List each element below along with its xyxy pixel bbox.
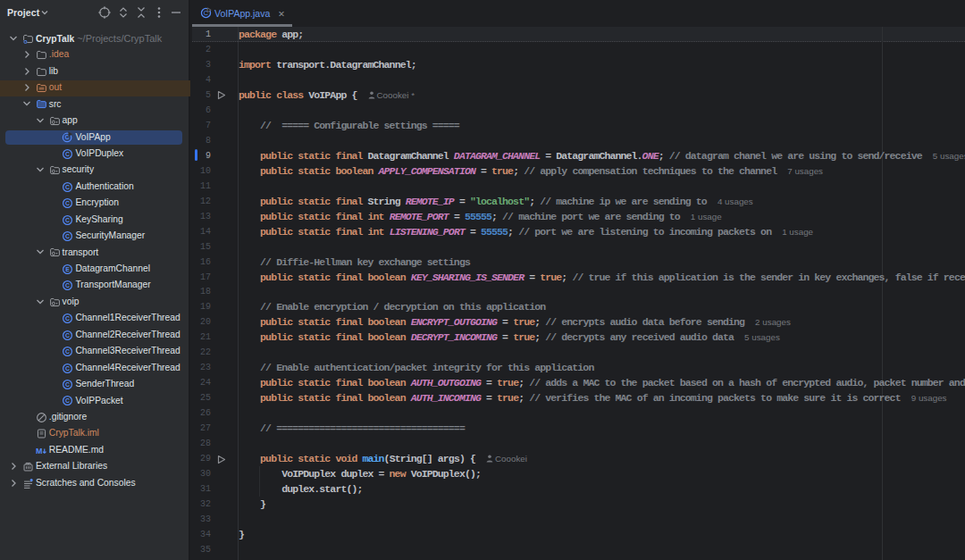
svg-text:C: C [65,151,70,157]
svg-text:C: C [65,365,70,372]
svg-text:C: C [65,184,70,190]
svg-text:C: C [65,381,70,388]
svg-text:C: C [65,200,70,206]
svg-text:M: M [36,446,42,455]
svg-text:C: C [65,397,70,404]
svg-text:E: E [66,266,71,272]
svg-text:C: C [65,315,70,322]
svg-text:C: C [65,332,70,339]
svg-text:C: C [65,282,70,288]
svg-text:C: C [65,348,70,355]
svg-text:C: C [65,233,70,239]
svg-text:C: C [65,217,70,223]
